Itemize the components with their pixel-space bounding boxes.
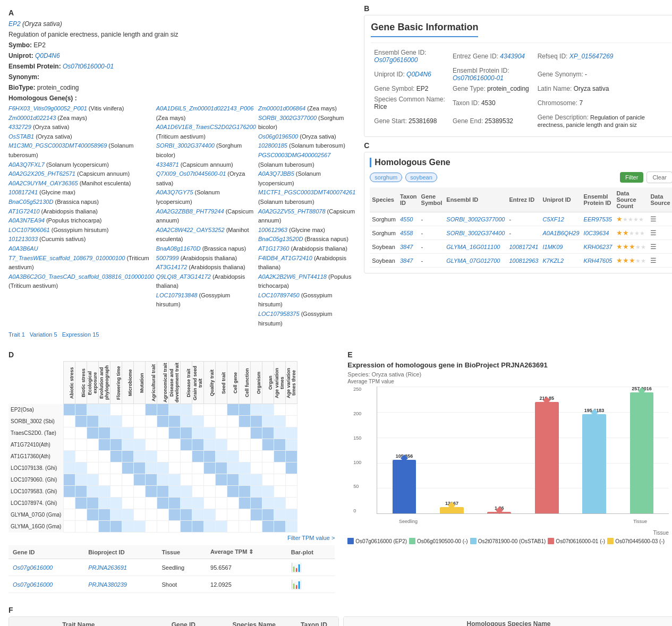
legend-label-3: Os2t0781900-00 (OsSTAB1)	[478, 538, 546, 544]
heatmap-cell	[110, 404, 122, 416]
section-c-label: C	[364, 141, 672, 150]
uniprot-id-link[interactable]: Q0D4N6	[406, 71, 431, 78]
heatmap-cell	[274, 486, 286, 498]
bar-wrapper-1	[393, 460, 416, 513]
heatmap-cell	[157, 439, 169, 451]
gene-link[interactable]: EP2	[8, 20, 21, 28]
refseq-id-link[interactable]: XP_015647269	[569, 53, 614, 60]
heatmap-cell	[134, 462, 146, 474]
heatmap-cell	[192, 486, 204, 498]
heatmap-cell	[262, 439, 274, 451]
heatmap-cell	[146, 509, 157, 521]
cell-stars: ★★★★★	[614, 254, 648, 268]
legend-label-1: Os07g0616000 (EP2)	[355, 538, 407, 544]
heatmap-cell	[192, 474, 204, 486]
expression-link[interactable]: Expression 15	[62, 331, 99, 338]
heatmap-cell	[251, 404, 262, 416]
heatmap-cell	[239, 474, 251, 486]
heatmap-col-14: Seed trait	[216, 362, 227, 404]
heatmap-cell	[169, 509, 181, 521]
heatmap-cell	[286, 474, 297, 486]
legend-color-2	[409, 538, 415, 544]
heatmap-cell	[216, 439, 227, 451]
heatmap-cell	[286, 416, 297, 427]
heatmap-cell	[110, 416, 122, 427]
gene-name-line: EP2 (Oryza sativa)	[8, 19, 355, 29]
exp-gene-link-1[interactable]: Os07g0616000	[13, 564, 53, 571]
ensembl-protein-link[interactable]: Os07t0616000-01	[63, 63, 114, 70]
heatmap-cell	[75, 474, 87, 486]
heatmap-cell	[146, 451, 157, 462]
heatmap-cell	[204, 521, 216, 533]
heatmap-cell	[75, 509, 87, 521]
exp-bar-icon-1[interactable]: 📊	[291, 563, 302, 572]
cell-taxon: 4550	[398, 212, 419, 226]
entrez-id-link[interactable]: 4343904	[500, 53, 525, 60]
section-de-row: D Abiotic stress Biotic stress Ecologica…	[4, 346, 672, 597]
section-d: D Abiotic stress Biotic stress Ecologica…	[4, 346, 339, 597]
table-row: Soybean 3847 - GLYMA_16G011100 100817241…	[370, 240, 672, 254]
heatmap-cell	[216, 427, 227, 439]
chart-title: Expression of homologous gene in BioProj…	[347, 361, 672, 369]
heatmap-cell	[204, 486, 216, 498]
exp-tissue-1: Seedling	[157, 559, 206, 576]
filter-tpm-link[interactable]: Filter TPM value >	[8, 535, 335, 541]
exp-bioproject-link-2[interactable]: PRJNA380239	[88, 581, 127, 588]
variation-link[interactable]: Variation 5	[30, 331, 57, 338]
heatmap-row-label: LOC1079583. (Ghi)	[8, 486, 64, 498]
exp-bar-icon-2[interactable]: 📊	[291, 580, 302, 589]
filter-tag-sorghum[interactable]: sorghum	[370, 173, 402, 182]
trait-right-table-container: Homologous Species Name Cucumber Cotton …	[343, 616, 672, 626]
filter-button[interactable]: Filter	[620, 172, 643, 183]
heatmap-cell	[204, 439, 216, 451]
heatmap-cell	[181, 427, 192, 439]
trait-grid: Trait Name Gene ID Species Name Taxon ID…	[8, 616, 672, 626]
trait-link[interactable]: Trait 1	[8, 331, 25, 338]
trait-left-table-container: Trait Name Gene ID Species Name Taxon ID…	[8, 616, 339, 626]
heatmap-row-label: TraesCS2D0. (Tae)	[8, 427, 64, 439]
col-datasource: Data Source	[648, 187, 672, 212]
legend-item-5: Os07t0445600-03 (-)	[607, 538, 665, 544]
homologous-col-1: F6HX03_Vitis09g00052_P001 (Vitis vinifer…	[8, 104, 154, 328]
heatmap-col-19: Age variation times	[274, 362, 286, 404]
ensembl-protein-id-link[interactable]: Os07t0616000-01	[453, 74, 504, 82]
uniprot-link[interactable]: Q0D4N6	[35, 52, 60, 59]
heatmap-cell	[157, 462, 169, 474]
heatmap-cell	[110, 439, 122, 451]
heatmap-cell	[122, 521, 134, 533]
heatmap-cell	[251, 486, 262, 498]
clear-button[interactable]: Clear	[647, 171, 672, 183]
heatmap-cell	[134, 416, 146, 427]
heatmap-cell	[274, 451, 286, 462]
filter-tag-soybean[interactable]: soybean	[405, 173, 437, 182]
cell-stars: ★★★★★	[614, 212, 648, 226]
heatmap-cell	[122, 486, 134, 498]
heatmap-cell	[251, 416, 262, 427]
heatmap-cell	[239, 427, 251, 439]
heatmap-cell	[286, 462, 297, 474]
heatmap-cell	[181, 404, 192, 416]
exp-bioproject-link-1[interactable]: PRJNA263691	[88, 564, 127, 571]
heatmap-cell	[134, 439, 146, 451]
homologous-gene-card: Homologous Gene sorghum soybean Filter C…	[364, 152, 672, 273]
heatmap-cell	[169, 427, 181, 439]
ensembl-gene-id-link[interactable]: Os07g0616000	[374, 56, 418, 64]
heatmap-cell	[216, 462, 227, 474]
heatmap-cell	[192, 451, 204, 462]
heatmap-col-3: Ecological exposure	[87, 362, 99, 404]
heatmap-cell	[146, 439, 157, 451]
trait-left-table: Trait Name Gene ID Species Name Taxon ID…	[9, 617, 338, 626]
col-taxon: Taxon ID	[398, 187, 419, 212]
exp-col-tissue: Tissue	[157, 545, 206, 559]
exp-gene-link-2[interactable]: Os07g0616000	[13, 581, 53, 588]
legend-item-3: Os2t0781900-00 (OsSTAB1)	[470, 538, 546, 544]
empty-header	[8, 362, 64, 404]
heatmap-cell	[99, 462, 110, 474]
heatmap-cell	[87, 509, 99, 521]
heatmap-cell	[87, 486, 99, 498]
gene-organism: (Oryza sativa)	[22, 20, 62, 28]
heatmap-cell	[227, 486, 239, 498]
heatmap-cell	[239, 439, 251, 451]
heatmap-cell	[169, 521, 181, 533]
heatmap-cell	[64, 451, 75, 462]
